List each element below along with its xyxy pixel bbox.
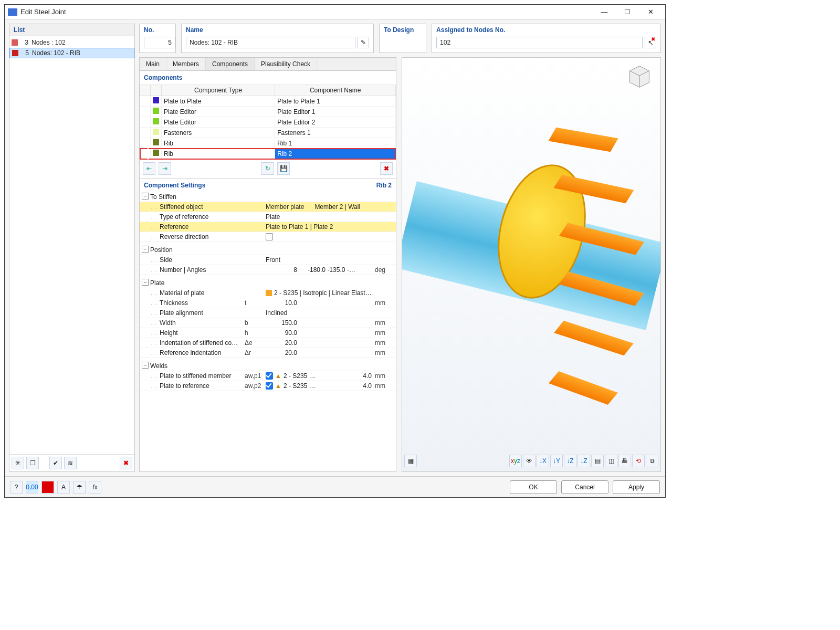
component-row[interactable]: Rib Rib 1 (140, 138, 396, 149)
move-left-icon[interactable]: ⇤ (143, 162, 155, 175)
prop-row[interactable]: Reference Plate to Plate 1 | Plate 2 (140, 222, 396, 232)
weld-checkbox[interactable] (266, 372, 273, 380)
view-iso-icon[interactable]: ↓Z (578, 455, 590, 467)
apply-button[interactable]: Apply (613, 480, 660, 494)
component-row[interactable]: Rib Rib 2 (140, 149, 396, 159)
new-icon[interactable]: ✳ (12, 457, 24, 469)
material-swatch (266, 290, 272, 296)
prop-row[interactable]: Plate to stiffened member aw,p1 ▲ 2 - S2… (140, 371, 396, 381)
move-right-icon[interactable]: ⇥ (159, 162, 171, 175)
projection-icon[interactable]: ◫ (605, 455, 617, 467)
col-name: Component Name (275, 85, 396, 96)
tab-members[interactable]: Members (166, 58, 206, 70)
component-row[interactable]: Plate to Plate Plate to Plate 1 (140, 96, 396, 107)
left-header: List (9, 24, 134, 36)
name-cell: Name Nodes: 102 - RIB ✎ (181, 24, 374, 53)
help-icon[interactable]: ? (10, 481, 23, 494)
prop-row[interactable]: Reference indentation Δr 20.0 mm (140, 348, 396, 358)
units-icon[interactable]: 0,00 (26, 481, 38, 494)
maximize-button[interactable]: ☐ (616, 6, 639, 18)
prop-row[interactable]: Plate alignment Inclined (140, 308, 396, 318)
no-cell: No. 5 (139, 24, 176, 53)
left-panel: List 3 Nodes : 102 5 Nodes: 102 - RIB ✳ … (9, 24, 135, 472)
view-y-icon[interactable]: ↓Y (550, 455, 563, 467)
prop-row[interactable]: Side Front (140, 255, 396, 265)
umbrella-icon[interactable]: ☂ (73, 481, 86, 494)
tabs: MainMembersComponentsPlausibility Check (139, 57, 396, 70)
app-icon (8, 8, 17, 16)
group-to-stiffen[interactable]: To Stiffen (140, 192, 396, 202)
axes-icon[interactable]: xyz (509, 455, 522, 467)
clear-icon[interactable]: ⟲ (632, 455, 645, 467)
component-row[interactable]: Plate Editor Plate Editor 2 (140, 117, 396, 128)
minimize-button[interactable]: — (593, 6, 616, 18)
prop-row[interactable]: Type of reference Plate (140, 212, 396, 222)
list-item[interactable]: 5 Nodes: 102 - RIB (9, 48, 134, 58)
component-row[interactable]: Plate Editor Plate Editor 1 (140, 107, 396, 117)
save-library-icon[interactable]: 💾 (277, 162, 290, 175)
weld-icon: ▲ (275, 372, 281, 380)
prop-row[interactable]: Stiffened object Member plateMember 2 | … (140, 202, 396, 212)
group-plate[interactable]: Plate (140, 278, 396, 288)
close-button[interactable]: ✕ (639, 6, 662, 18)
print-icon[interactable]: 🖶 (618, 455, 631, 467)
filter-icon[interactable]: ≋ (64, 457, 77, 469)
assigned-input[interactable]: 102 (436, 37, 643, 48)
group-welds[interactable]: Welds (140, 361, 396, 371)
footer: ? 0,00 A ☂ fx OK Cancel Apply (5, 476, 665, 497)
delete-component-icon[interactable]: ✖ (380, 162, 393, 175)
left-toolbar: ✳ ❐ ✔ ≋ ✖ (9, 454, 134, 471)
components-title: Components (140, 71, 396, 85)
ok-button[interactable]: OK (510, 480, 557, 494)
group-position[interactable]: Position (140, 245, 396, 255)
assigned-cell: Assigned to Nodes No. 102 ✖ ↖ (432, 24, 661, 53)
view-z-icon[interactable]: ↓Z (564, 455, 576, 467)
weld-checkbox[interactable] (266, 382, 273, 390)
list-item[interactable]: 3 Nodes : 102 (9, 37, 134, 48)
color-icon[interactable] (41, 481, 54, 494)
prop-row[interactable]: Width b 150.0 mm (140, 318, 396, 328)
color-swatch (12, 50, 18, 56)
copy-icon[interactable]: ❐ (26, 457, 39, 469)
prop-row[interactable]: Indentation of stiffened co… Δe 20.0 mm (140, 338, 396, 348)
rename-icon[interactable]: ✎ (358, 37, 369, 48)
todesign-cell: To Design (379, 24, 426, 53)
prop-row[interactable]: Thickness t 10.0 mm (140, 298, 396, 308)
popout-icon[interactable]: ⧉ (646, 455, 658, 467)
no-input[interactable]: 5 (144, 37, 175, 48)
3d-view[interactable]: ▦ xyz 👁 ↓X ↓Y ↓Z ↓Z ▤ ◫ 🖶 ⟲ (402, 57, 661, 472)
color-swatch (153, 150, 159, 156)
color-swatch (153, 139, 159, 145)
view-showall-icon[interactable]: ▦ (404, 455, 417, 467)
refresh-icon[interactable]: ↻ (261, 162, 274, 175)
todesign-label: To Design (384, 26, 422, 34)
prop-row[interactable]: Material of plate 2 - S235 | Isotropic |… (140, 288, 396, 298)
color-swatch (12, 39, 18, 46)
list-tree[interactable]: 3 Nodes : 102 5 Nodes: 102 - RIB (9, 36, 134, 454)
prop-row[interactable]: Number | Angles 8-180.0 -135.0 -… deg (140, 265, 396, 275)
col-type: Component Type (162, 85, 275, 96)
tab-components[interactable]: Components (206, 58, 255, 70)
weld-icon: ▲ (275, 382, 281, 390)
pick-node-icon[interactable]: ✖ ↖ (645, 37, 656, 48)
component-row[interactable]: Fasteners Fasteners 1 (140, 128, 396, 138)
prop-row[interactable]: Height h 90.0 mm (140, 328, 396, 338)
navcube-icon[interactable] (625, 64, 654, 89)
prop-row[interactable]: Reverse direction (140, 232, 396, 242)
view-eye-icon[interactable]: 👁 (523, 455, 536, 467)
assigned-label: Assigned to Nodes No. (436, 26, 656, 34)
prop-row[interactable]: Plate to reference aw,p2 ▲ 2 - S235 … 4.… (140, 381, 396, 391)
settings-current: Rib 2 (376, 182, 392, 189)
tab-main[interactable]: Main (140, 58, 166, 70)
delete-icon[interactable]: ✖ (120, 457, 132, 469)
tab-plausibility-check[interactable]: Plausibility Check (255, 58, 317, 70)
display-mode-icon[interactable]: ▤ (591, 455, 604, 467)
fx-icon[interactable]: fx (89, 481, 101, 494)
checkbox[interactable] (266, 233, 273, 240)
name-input[interactable]: Nodes: 102 - RIB (186, 37, 355, 48)
text-icon[interactable]: A (57, 481, 70, 494)
view-x-icon[interactable]: ↓X (537, 455, 549, 467)
check-all-icon[interactable]: ✔ (49, 457, 62, 469)
cancel-button[interactable]: Cancel (561, 480, 608, 494)
rib (549, 128, 618, 152)
